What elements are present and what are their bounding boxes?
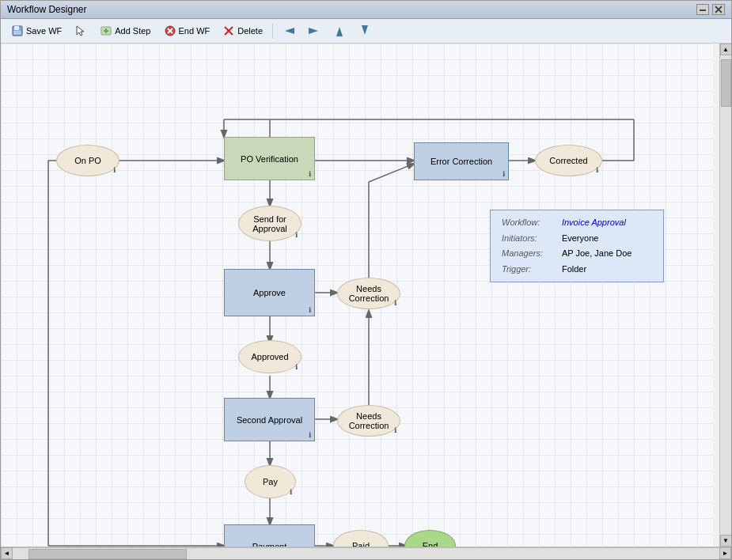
canvas-scroll[interactable]: On PO ℹ PO Verification ℹ Error Correcti… [1, 44, 719, 547]
svg-marker-6 [77, 26, 84, 36]
node-approved-icon: ℹ [295, 363, 298, 371]
node-send-for-approval[interactable]: Send for Approval ℹ [238, 206, 302, 241]
toolbar: Save WF Add Step End WF Delete [1, 19, 731, 44]
managers-label-cell: Managers: [499, 246, 559, 262]
save-wf-button[interactable]: Save WF [6, 22, 67, 40]
delete-icon [222, 25, 235, 37]
node-send-for-approval-icon: ℹ [295, 231, 298, 239]
node-corrected-icon: ℹ [596, 166, 598, 174]
node-needs-correction-2-label: Needs Correction [349, 411, 389, 430]
svg-marker-17 [336, 27, 343, 36]
node-error-correction[interactable]: Error Correction ℹ [414, 142, 509, 180]
node-payment[interactable]: Payment ℹ [224, 524, 315, 547]
initiators-value: Everyone [562, 233, 598, 243]
svg-marker-18 [362, 25, 368, 35]
svg-marker-15 [285, 28, 294, 34]
add-step-label: Add Step [115, 26, 150, 36]
node-on-po-label: On PO [74, 156, 101, 165]
scroll-up-button[interactable]: ▲ [720, 44, 732, 55]
node-payment-label: Payment [252, 542, 286, 547]
node-po-verification-icon: ℹ [309, 170, 311, 178]
node-second-approval-icon: ℹ [309, 431, 311, 439]
arrow-left-button[interactable] [277, 22, 301, 40]
node-needs-correction-2-icon: ℹ [394, 426, 396, 434]
svg-marker-16 [309, 28, 318, 34]
node-approve-label: Approve [253, 288, 286, 297]
node-on-po[interactable]: On PO ℹ [56, 145, 119, 176]
canvas-container: On PO ℹ PO Verification ℹ Error Correcti… [1, 44, 731, 547]
close-button[interactable] [712, 4, 725, 15]
end-wf-icon [164, 25, 176, 37]
scroll-thumb-h[interactable] [28, 549, 187, 559]
title-bar: Workflow Designer [1, 1, 731, 19]
node-approved[interactable]: Approved ℹ [238, 340, 302, 373]
node-paid[interactable]: Paid ℹ [333, 530, 389, 547]
arrow-right-button[interactable] [302, 22, 326, 40]
vertical-scrollbar[interactable]: ▲ ▼ [719, 44, 731, 547]
node-pay[interactable]: Pay ℹ [245, 465, 296, 498]
node-po-verification-label: PO Verification [241, 154, 298, 164]
svg-rect-0 [700, 9, 706, 11]
trigger-label-cell: Trigger: [499, 262, 559, 278]
info-box: Workflow: Invoice Approval Initiators: [490, 210, 664, 282]
horizontal-scrollbar[interactable] [13, 547, 719, 559]
workflow-value-cell: Invoice Approval [559, 215, 655, 231]
node-error-correction-label: Error Correction [430, 157, 492, 166]
bottom-bar: ◄ ► [1, 547, 731, 559]
svg-rect-4 [14, 26, 19, 30]
initiators-value-cell: Everyone [559, 231, 655, 247]
node-paid-label: Paid [352, 541, 370, 547]
arrow-up-button[interactable] [328, 22, 351, 40]
trigger-value-cell: Folder [559, 262, 655, 278]
title-bar-controls [696, 4, 725, 15]
scroll-left-button[interactable]: ◄ [1, 547, 13, 559]
node-pay-icon: ℹ [290, 488, 292, 496]
node-needs-correction-1-label: Needs Correction [349, 284, 389, 303]
node-pay-label: Pay [263, 477, 278, 486]
node-po-verification[interactable]: PO Verification ℹ [224, 137, 315, 180]
end-wf-label: End WF [179, 26, 210, 36]
node-corrected-label: Corrected [549, 156, 587, 165]
trigger-label: Trigger: [502, 264, 531, 274]
node-end-label: End [423, 541, 438, 547]
node-second-approval[interactable]: Second Approval ℹ [224, 398, 315, 441]
add-step-button[interactable]: Add Step [94, 22, 156, 40]
node-needs-correction-2[interactable]: Needs Correction ℹ [337, 405, 400, 437]
workflow-label: Workflow: [502, 218, 540, 227]
end-wf-button[interactable]: End WF [158, 22, 216, 40]
node-on-po-icon: ℹ [113, 166, 116, 174]
node-end[interactable]: End [404, 530, 456, 547]
initiators-label: Initiators: [502, 233, 537, 243]
node-second-approval-label: Second Approval [237, 415, 302, 425]
workflow-canvas[interactable]: On PO ℹ PO Verification ℹ Error Correcti… [1, 44, 713, 547]
managers-value-cell: AP Joe, Jane Doe [559, 246, 655, 262]
scroll-right-button[interactable]: ► [719, 547, 731, 559]
delete-label: Delete [237, 26, 263, 36]
arrow-down-button[interactable] [353, 22, 377, 40]
node-approved-label: Approved [251, 352, 288, 361]
node-send-for-approval-label: Send for Approval [252, 214, 286, 233]
cursor-button[interactable] [69, 22, 93, 40]
node-needs-correction-1-icon: ℹ [394, 299, 396, 307]
toolbar-separator [272, 23, 273, 39]
add-step-icon [100, 25, 112, 37]
node-needs-correction-1[interactable]: Needs Correction ℹ [337, 278, 400, 309]
managers-label: Managers: [502, 248, 543, 258]
scroll-thumb-v[interactable] [721, 59, 731, 107]
delete-button[interactable]: Delete [217, 22, 268, 40]
scroll-down-button[interactable]: ▼ [720, 535, 732, 547]
node-approve[interactable]: Approve ℹ [224, 269, 315, 316]
arrow-right-icon [308, 25, 320, 37]
cursor-icon [74, 25, 87, 37]
minimize-button[interactable] [696, 4, 709, 15]
save-icon [11, 25, 24, 37]
node-approve-icon: ℹ [309, 306, 311, 314]
svg-rect-5 [13, 31, 21, 35]
node-corrected[interactable]: Corrected ℹ [535, 145, 602, 176]
svg-line-30 [369, 164, 414, 182]
workflow-value: Invoice Approval [562, 218, 626, 227]
initiators-label-cell: Initiators: [499, 231, 559, 247]
node-error-correction-icon: ℹ [503, 170, 505, 178]
arrow-up-icon [333, 25, 346, 37]
managers-value: AP Joe, Jane Doe [562, 248, 631, 258]
